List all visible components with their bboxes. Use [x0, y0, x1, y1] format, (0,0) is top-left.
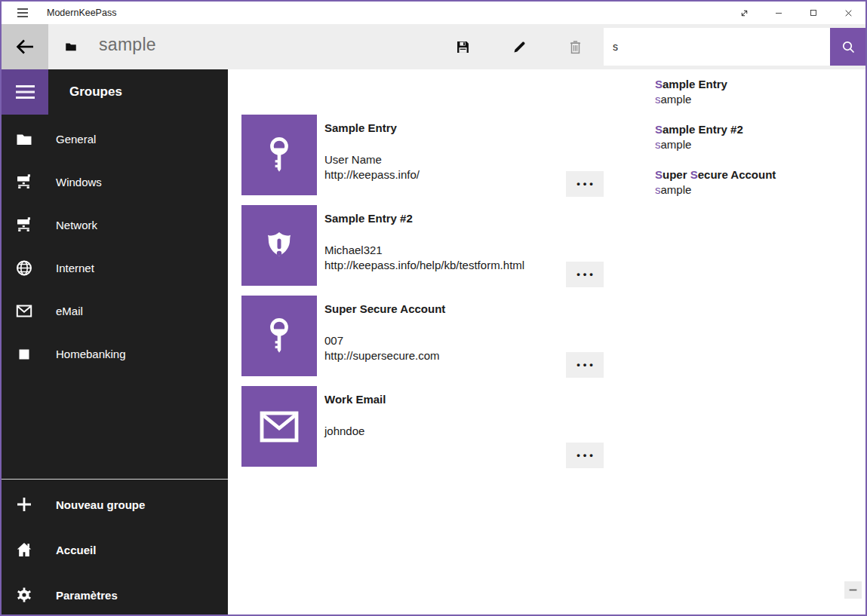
entry-detail-line: johndoe — [324, 424, 364, 439]
entry-tile[interactable] — [241, 386, 317, 467]
suggestion-subtitle: sample — [655, 92, 867, 107]
arrow-left-icon — [15, 38, 35, 55]
sidebar-item-label: Homebanking — [56, 348, 126, 360]
more-button[interactable]: ••• — [566, 171, 604, 197]
suggestion-text: ample — [661, 138, 692, 151]
sidebar-action-list: Nouveau groupeAccueilParamètres — [2, 482, 228, 616]
sidebar-item-general[interactable]: General — [2, 118, 228, 161]
app-window: ModernKeePass — [0, 0, 867, 616]
app-title: ModernKeePass — [47, 2, 116, 24]
suggestion-title: Sample Entry — [655, 77, 867, 92]
entry-list: Sample EntryUser Namehttp://keepass.info… — [241, 115, 664, 477]
entry-title: Sample Entry #2 — [324, 212, 413, 225]
suggestion-item[interactable]: Sample Entrysample — [604, 75, 867, 121]
sidebar-action-label: Paramètres — [56, 589, 118, 602]
match-highlight: S — [655, 123, 663, 136]
suggestion-item[interactable]: Super Secure Accountsample — [604, 166, 867, 211]
entry-details: 007http://supersecure.com — [324, 333, 440, 363]
sidebar-item-label: Network — [56, 219, 97, 231]
entry-tile[interactable] — [241, 296, 317, 376]
sidebar-action-param-tres[interactable]: Paramètres — [2, 572, 228, 616]
entry-detail-line: User Name — [324, 152, 420, 167]
more-button[interactable]: ••• — [566, 352, 604, 378]
hamburger-icon — [15, 84, 35, 100]
sidebar-item-windows[interactable]: Windows — [2, 161, 228, 204]
sidebar-item-email[interactable]: eMail — [2, 290, 228, 333]
match-highlight: s — [655, 93, 661, 106]
square-icon — [15, 345, 33, 363]
sidebar-action-label: Nouveau groupe — [56, 498, 145, 511]
sidebar-action-accueil[interactable]: Accueil — [2, 527, 228, 572]
suggestion-text: ample — [661, 183, 692, 196]
suggestion-item[interactable]: Sample Entry #2sample — [604, 121, 867, 166]
folder-icon — [15, 130, 33, 149]
more-button[interactable]: ••• — [566, 443, 604, 468]
envelope-icon — [15, 302, 33, 320]
titlebar-hamburger-button[interactable] — [10, 2, 35, 24]
minimize-icon — [774, 8, 783, 17]
workstation-icon — [15, 216, 33, 234]
suggestion-text: ample Entry — [663, 78, 727, 90]
sidebar-divider — [2, 479, 228, 480]
sidebar-item-homebanking[interactable]: Homebanking — [2, 333, 228, 375]
save-icon — [455, 39, 471, 55]
maximize-icon — [809, 8, 818, 17]
minimize-button[interactable] — [761, 2, 796, 24]
entry-details: Michael321http://keepass.info/help/kb/te… — [324, 243, 524, 273]
match-highlight: s — [655, 138, 661, 151]
edit-icon — [512, 39, 527, 55]
entry-row-sample-entry-2[interactable]: Sample Entry #2Michael321http://keepass.… — [241, 205, 664, 286]
sidebar-item-network[interactable]: Network — [2, 204, 228, 247]
entry-detail-line: http://supersecure.com — [324, 348, 440, 363]
search-icon — [841, 39, 856, 55]
zoom-out-button[interactable] — [844, 581, 862, 599]
entry-tile[interactable] — [241, 115, 317, 195]
nav-toggle-button[interactable] — [2, 69, 48, 115]
key-icon — [262, 317, 297, 356]
sidebar-action-nouveau-groupe[interactable]: Nouveau groupe — [2, 482, 228, 527]
hamburger-icon — [17, 8, 29, 18]
entry-row-sample-entry[interactable]: Sample EntryUser Namehttp://keepass.info… — [241, 115, 664, 195]
suggestion-text: ample — [661, 93, 692, 106]
search-button[interactable] — [830, 28, 867, 66]
suggestion-text: ecure Account — [698, 168, 776, 181]
sidebar: Groupes GeneralWindowsNetworkInterneteMa… — [2, 69, 228, 614]
entry-detail-line: 007 — [324, 333, 440, 348]
sidebar-item-label: General — [56, 133, 96, 146]
minus-icon — [848, 585, 858, 595]
search-input[interactable] — [604, 28, 830, 66]
envelope-tile-icon — [260, 410, 299, 443]
sidebar-item-internet[interactable]: Internet — [2, 247, 228, 290]
suggestion-text: uper — [663, 168, 690, 181]
delete-icon — [567, 39, 583, 55]
sidebar-header: Groupes — [69, 84, 122, 100]
entry-row-work-email[interactable]: Work Emailjohndoe••• — [241, 386, 664, 467]
command-bar: sample — [2, 24, 865, 69]
entry-tile[interactable] — [241, 205, 317, 286]
group-list: GeneralWindowsNetworkInterneteMailHomeba… — [2, 118, 228, 375]
sidebar-item-label: Windows — [56, 176, 102, 188]
exit-fullscreen-button[interactable] — [727, 2, 761, 24]
match-highlight: S — [655, 168, 663, 181]
more-button[interactable]: ••• — [566, 262, 604, 287]
home-icon — [15, 541, 33, 559]
entry-detail-line: Michael321 — [324, 243, 524, 258]
entry-title: Super Secure Account — [324, 302, 445, 315]
gear-icon — [15, 586, 33, 604]
entry-detail-line: http://keepass.info/ — [324, 167, 420, 182]
close-icon — [844, 8, 853, 18]
delete-button[interactable] — [560, 32, 590, 62]
edit-button[interactable] — [504, 32, 534, 62]
save-button[interactable] — [447, 32, 478, 62]
titlebar: ModernKeePass — [2, 2, 865, 24]
match-highlight: s — [655, 183, 661, 196]
group-folder-icon — [64, 40, 78, 54]
back-button[interactable] — [2, 24, 48, 69]
entry-row-super-secure-account[interactable]: Super Secure Account007http://supersecur… — [241, 296, 664, 376]
match-highlight: S — [655, 78, 663, 90]
maximize-button[interactable] — [796, 2, 831, 24]
sidebar-item-label: Internet — [56, 262, 94, 274]
close-button[interactable] — [831, 2, 865, 24]
sidebar-item-label: eMail — [56, 305, 83, 317]
suggestion-subtitle: sample — [655, 137, 867, 152]
